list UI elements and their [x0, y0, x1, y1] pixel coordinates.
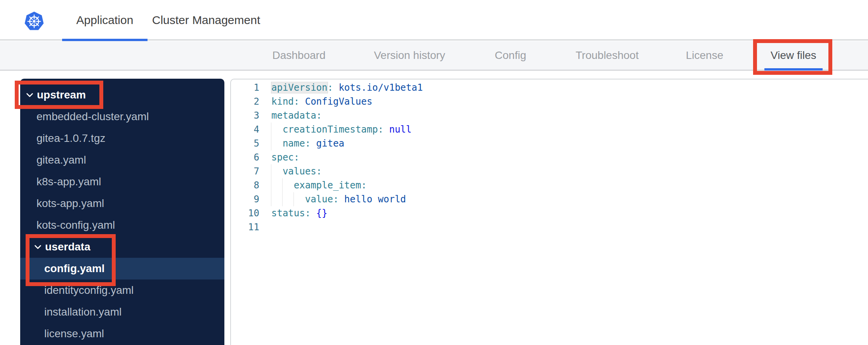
line-number: 5 [231, 136, 259, 150]
tree-label: k8s-app.yaml [36, 171, 101, 193]
code-line-8: 8 example_item: [231, 178, 868, 192]
indent-guide [282, 192, 283, 206]
code-line-2: 2kind: ConfigValues [231, 95, 868, 109]
code-text: value: hello world [259, 192, 406, 206]
line-number: 9 [231, 192, 259, 206]
code-line-3: 3metadata: [231, 109, 868, 122]
tree-file-kots-config.yaml[interactable]: kots-config.yaml [20, 214, 224, 236]
code-text: spec: [259, 150, 299, 164]
code-text: status: {} [259, 206, 328, 220]
line-number: 1 [231, 81, 259, 95]
yaml-file-viewer[interactable]: 1apiVersion: kots.io/v1beta12kind: Confi… [230, 79, 868, 345]
subnav-item-license[interactable]: License [686, 41, 724, 71]
tree-file-embedded-cluster.yaml[interactable]: embedded-cluster.yaml [20, 106, 224, 128]
indent-guide [271, 164, 271, 178]
code-text: name: gitea [259, 136, 344, 150]
code-text: apiVersion: kots.io/v1beta1 [259, 81, 423, 95]
topbar-tabs: ApplicationCluster Management [62, 0, 265, 40]
tree-label: embedded-cluster.yaml [36, 106, 149, 128]
code-line-6: 6spec: [231, 150, 868, 164]
tree-file-k8s-app.yaml[interactable]: k8s-app.yaml [20, 171, 224, 193]
code-text: values: [259, 164, 322, 178]
tree-label: license.yaml [44, 323, 104, 345]
code-text: kind: ConfigValues [259, 95, 372, 109]
line-number: 4 [231, 122, 259, 136]
top-tab-cluster-management[interactable]: Cluster Management [148, 0, 265, 40]
tree-label: upstream [37, 84, 86, 106]
tree-label: installation.yaml [44, 301, 122, 323]
tree-folder-upstream[interactable]: upstream [20, 84, 224, 106]
code-line-7: 7 values: [231, 164, 868, 178]
indent-guide [282, 178, 283, 192]
subnav-item-version-history[interactable]: Version history [374, 41, 445, 71]
subnav-item-troubleshoot[interactable]: Troubleshoot [576, 41, 639, 71]
top-tab-application[interactable]: Application [62, 0, 148, 40]
line-number: 10 [231, 206, 259, 220]
chevron-down-icon [35, 245, 41, 249]
tree-file-gitea.yaml[interactable]: gitea.yaml [20, 149, 224, 171]
kubernetes-logo-icon [24, 10, 44, 32]
indent-guide [293, 192, 294, 206]
line-number: 3 [231, 109, 259, 122]
indent-guide [271, 192, 271, 206]
tree-file-config.yaml[interactable]: config.yaml [20, 258, 224, 279]
code-text: example_item: [259, 178, 367, 192]
code-line-10: 10status: {} [231, 206, 868, 220]
subnav-item-dashboard[interactable]: Dashboard [273, 41, 326, 71]
tree-file-gitea-1.0.7.tgz[interactable]: gitea-1.0.7.tgz [20, 128, 224, 149]
line-number: 7 [231, 164, 259, 178]
tree-label: userdata [45, 236, 90, 258]
indent-guide [271, 136, 271, 150]
tree-file-identityconfig.yaml[interactable]: identityconfig.yaml [20, 279, 224, 301]
app-subnav: DashboardVersion historyConfigTroublesho… [0, 41, 868, 71]
tree-file-license.yaml[interactable]: license.yaml [20, 323, 224, 345]
subnav-item-config[interactable]: Config [495, 41, 526, 71]
tree-label: config.yaml [44, 258, 105, 279]
code-line-5: 5 name: gitea [231, 136, 868, 150]
code-line-4: 4 creationTimestamp: null [231, 122, 868, 136]
tree-label: identityconfig.yaml [44, 279, 134, 301]
line-number: 6 [231, 150, 259, 164]
tree-file-kots-app.yaml[interactable]: kots-app.yaml [20, 193, 224, 214]
tree-file-installation.yaml[interactable]: installation.yaml [20, 301, 224, 323]
indent-guide [271, 178, 271, 192]
subnav-item-view-files[interactable]: View files [771, 41, 816, 71]
tree-label: kots-app.yaml [36, 193, 104, 214]
line-number: 8 [231, 178, 259, 192]
line-number: 11 [231, 220, 259, 234]
tree-label: gitea.yaml [36, 149, 86, 171]
code-line-1: 1apiVersion: kots.io/v1beta1 [231, 81, 868, 95]
code-line-9: 9 value: hello world [231, 192, 868, 206]
code-text: creationTimestamp: null [259, 122, 411, 136]
code-line-11: 11 [231, 220, 868, 234]
chevron-down-icon [26, 93, 33, 97]
tree-folder-userdata[interactable]: userdata [20, 236, 224, 258]
indent-guide [271, 122, 271, 136]
top-bar: ApplicationCluster Management [0, 0, 868, 40]
tree-label: kots-config.yaml [36, 214, 115, 236]
code-text: metadata: [259, 109, 322, 122]
file-tree-sidebar: upstreamembedded-cluster.yamlgitea-1.0.7… [20, 79, 224, 345]
tree-label: gitea-1.0.7.tgz [36, 128, 105, 149]
line-number: 2 [231, 95, 259, 109]
